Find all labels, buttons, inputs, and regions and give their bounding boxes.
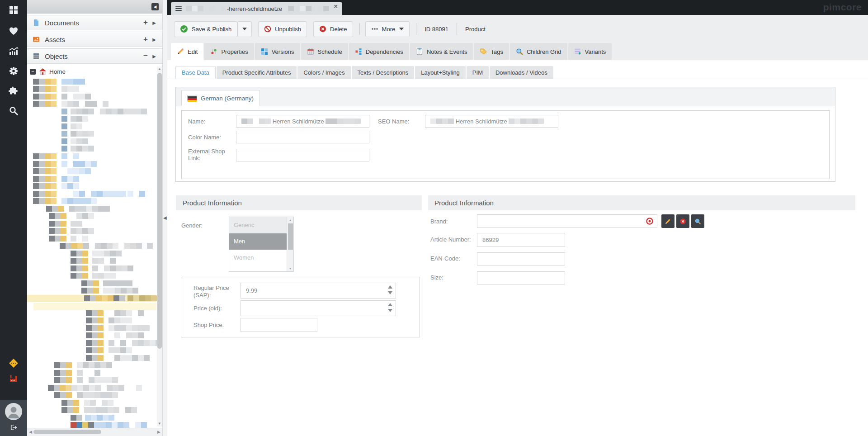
extensions-puzzle-icon[interactable] <box>8 85 19 96</box>
tree-row-redacted[interactable] <box>27 138 156 145</box>
tree-row-redacted[interactable] <box>27 399 156 407</box>
gender-multiselect[interactable]: Generic Men Women ▲ ▼ <box>229 217 294 272</box>
regular-price-input[interactable]: 9.99 <box>241 283 396 299</box>
factory-icon[interactable] <box>8 373 19 384</box>
tab-properties[interactable]: Properties <box>204 43 254 60</box>
tree-row-redacted[interactable] <box>27 317 156 324</box>
assets-menu-arrow-icon[interactable]: ▶ <box>151 37 158 42</box>
gender-option-women[interactable]: Women <box>229 250 293 266</box>
tree-row-redacted[interactable] <box>27 85 156 93</box>
splitter-collapse-icon[interactable]: ◀ <box>163 215 167 220</box>
tab-variants[interactable]: Variants <box>568 43 612 60</box>
tree-row-redacted[interactable] <box>27 325 156 332</box>
accordion-assets[interactable]: Assets + ▶ <box>27 32 162 47</box>
tree-row-redacted[interactable] <box>27 130 156 137</box>
accordion-objects[interactable]: Objects − ▶ <box>27 48 162 64</box>
tree-row-redacted[interactable] <box>27 220 156 227</box>
close-tab-icon[interactable]: ✕ <box>334 4 338 9</box>
color-name-input[interactable] <box>236 131 369 143</box>
brand-input[interactable] <box>477 214 657 228</box>
gender-option-generic[interactable]: Generic <box>229 217 293 233</box>
tree-row-redacted[interactable] <box>27 93 156 100</box>
tree-row-redacted[interactable] <box>27 235 156 242</box>
tree-row-redacted[interactable] <box>27 362 156 369</box>
subtab-base-data[interactable]: Base Data <box>175 66 216 79</box>
add-document-icon[interactable]: + <box>141 18 151 27</box>
tab-children-grid[interactable]: Children Grid <box>510 43 567 60</box>
marketing-chart-icon[interactable] <box>8 46 19 57</box>
tree-row-redacted[interactable] <box>27 213 156 220</box>
search-icon[interactable] <box>8 105 19 116</box>
settings-gear-icon[interactable] <box>8 66 19 76</box>
tree-row-redacted[interactable] <box>27 205 156 213</box>
tab-versions[interactable]: Versions <box>255 43 300 60</box>
size-input[interactable] <box>477 271 565 284</box>
gender-option-men[interactable]: Men <box>229 233 293 250</box>
price-spinner[interactable] <box>387 303 393 312</box>
tree-row-redacted[interactable] <box>27 377 156 384</box>
tree-node-home[interactable]: − Home <box>30 68 66 75</box>
scrollbar-thumb[interactable] <box>157 73 162 349</box>
name-input[interactable]: Herren Schildmütze <box>236 115 369 128</box>
delete-button[interactable]: Delete <box>313 21 353 37</box>
collapse-objects-icon[interactable]: − <box>141 52 151 61</box>
tab-german-germany[interactable]: German (Germany) <box>181 90 260 106</box>
price-spinner[interactable] <box>387 285 393 294</box>
ean-code-input[interactable] <box>477 252 565 265</box>
scroll-left-icon[interactable]: ◀ <box>29 430 32 434</box>
save-options-dropdown[interactable] <box>237 21 252 37</box>
workflow-diamond-icon[interactable] <box>8 358 19 369</box>
accordion-documents[interactable]: Documents + ▶ <box>27 15 162 30</box>
tree-row-redacted[interactable] <box>27 198 156 205</box>
tree-row-redacted[interactable] <box>27 78 156 85</box>
collapse-node-icon[interactable]: − <box>30 69 36 75</box>
tab-edit[interactable]: Edit <box>171 43 203 60</box>
favorites-heart-icon[interactable] <box>8 25 19 36</box>
list-scrollbar[interactable]: ▲ ▼ <box>287 217 293 271</box>
external-shop-link-input[interactable] <box>236 149 369 161</box>
tree-row-redacted[interactable] <box>27 115 156 123</box>
user-avatar[interactable] <box>5 403 22 420</box>
scrollbar-thumb[interactable] <box>288 223 293 250</box>
brand-edit-button[interactable] <box>661 214 675 228</box>
tree-row-redacted[interactable] <box>27 183 156 190</box>
scroll-down-icon[interactable]: ▼ <box>287 267 293 270</box>
subtab-pim[interactable]: PIM <box>467 66 489 79</box>
open-document-tab[interactable]: -herren-schildmuetze ✕ <box>171 2 342 15</box>
objects-menu-arrow-icon[interactable]: ▶ <box>151 54 158 59</box>
logout-icon[interactable] <box>9 423 18 431</box>
collapse-panel-icon[interactable]: ◀ <box>151 3 159 10</box>
tree-row-redacted[interactable] <box>27 295 156 302</box>
tree-row-redacted[interactable] <box>27 175 156 183</box>
shop-price-input[interactable] <box>241 318 317 332</box>
tab-menu-icon[interactable] <box>175 5 182 12</box>
tree-row-redacted[interactable] <box>27 392 156 399</box>
brand-remove-button[interactable] <box>676 214 689 228</box>
price-old-input[interactable] <box>241 300 396 316</box>
tree-row-redacted[interactable] <box>27 123 156 130</box>
scroll-down-icon[interactable]: ▼ <box>157 421 162 427</box>
tree-row-redacted[interactable] <box>27 100 156 108</box>
tab-dependencies[interactable]: Dependencies <box>349 43 409 60</box>
scroll-up-icon[interactable]: ▲ <box>157 66 162 72</box>
tree-row-redacted[interactable] <box>27 265 156 272</box>
tree-horizontal-scrollbar[interactable]: ◀ ▶ <box>27 428 162 436</box>
tab-schedule[interactable]: Schedule <box>301 43 348 60</box>
tree-row-redacted[interactable] <box>27 347 156 354</box>
brand-search-button[interactable] <box>691 214 704 228</box>
tree-row-redacted[interactable] <box>33 303 156 310</box>
tree-row-redacted[interactable] <box>27 310 156 317</box>
tree-row-redacted[interactable] <box>27 257 156 265</box>
tree-row-redacted[interactable] <box>27 384 156 392</box>
save-publish-button[interactable]: Save & Publish <box>174 21 237 37</box>
article-number-input[interactable]: 86929 <box>477 233 565 247</box>
tree-row-redacted[interactable] <box>27 250 156 257</box>
tree-row-redacted[interactable] <box>27 414 156 422</box>
tree-row-redacted[interactable] <box>27 280 156 287</box>
tree-row-redacted[interactable] <box>27 161 156 168</box>
tree-row-redacted[interactable] <box>27 227 156 235</box>
subtab-layout-styling[interactable]: Layout+Styling <box>415 66 466 79</box>
dashboard-icon[interactable] <box>8 5 19 15</box>
tree-row-redacted[interactable] <box>27 190 156 198</box>
scroll-up-icon[interactable]: ▲ <box>287 218 293 222</box>
